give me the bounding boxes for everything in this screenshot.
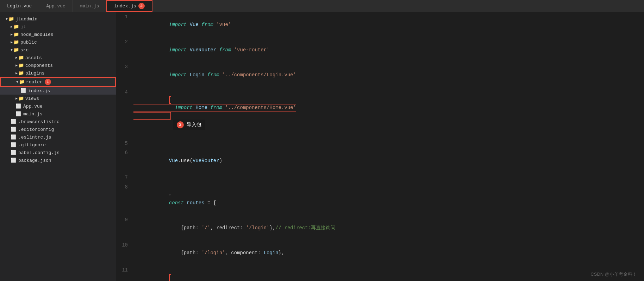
watermark: CSDN @小羊考金科！ — [590, 271, 637, 277]
code-line-10: 10 {path: '/login', component: Login}, — [116, 241, 644, 266]
item-badge: 1 — [45, 79, 51, 85]
code-editor[interactable]: 1 import Vue from 'vue' 2 import VueRout… — [116, 12, 644, 281]
file-icon: ⬜ — [15, 103, 21, 109]
folder-icon: 📁 — [18, 63, 24, 68]
line-number: 11 — [116, 266, 132, 281]
sidebar: ▼ 📁 jtaddmin ▶ 📁 jt ▶ 📁 node_modules ▶ 📁… — [0, 12, 116, 281]
fold-icon[interactable]: ⊟ — [169, 193, 171, 197]
sidebar-item-views[interactable]: ▶ 📁 views — [0, 95, 116, 102]
annotation-3: 3 导入包 — [173, 120, 205, 130]
line-number: 9 — [116, 215, 132, 240]
line-number: 10 — [116, 241, 132, 266]
folder-icon: 📁 — [13, 24, 19, 30]
file-icon: ⬜ — [11, 119, 16, 124]
line-content: import VueRouter from 'vue-router' — [132, 37, 644, 62]
code-table: 1 import Vue from 'vue' 2 import VueRout… — [116, 12, 644, 281]
line-number: 4 — [116, 88, 132, 139]
sidebar-item-label: .eslintrc.js — [18, 135, 51, 140]
line-content: import Vue from 'vue' — [132, 12, 644, 37]
line-number: 6 — [116, 148, 132, 173]
main-content: ▼ 📁 jtaddmin ▶ 📁 jt ▶ 📁 node_modules ▶ 📁… — [0, 12, 644, 281]
tab-index-js[interactable]: index.js 2 — [106, 0, 152, 12]
sidebar-item-package-json[interactable]: ⬜ package.json — [0, 157, 116, 164]
sidebar-item-label: .browserslistrc — [18, 119, 60, 124]
annotation-text-3: 导入包 — [187, 121, 201, 129]
sidebar-item-label: assets — [25, 55, 42, 60]
line-content: import Home from '../components/Home.vue… — [132, 88, 644, 139]
folder-icon: 📁 — [13, 39, 19, 45]
sidebar-item-label: .gitignore — [18, 142, 46, 148]
line-content: {path: '/login', component: Login}, — [132, 241, 644, 266]
line-number: 5 — [116, 139, 132, 148]
line-content: {path: '/', redirect: '/login'},// redir… — [132, 215, 644, 240]
folder-icon: 📁 — [19, 79, 25, 85]
sidebar-item-jtaddmin[interactable]: ▼ 📁 jtaddmin — [0, 15, 116, 23]
expand-arrow-icon: ▶ — [11, 32, 13, 37]
sidebar-item-label: package.json — [18, 158, 51, 163]
sidebar-item-assets[interactable]: ▶ 📁 assets — [0, 54, 116, 62]
sidebar-item-babel-config[interactable]: ⬜ babel.config.js — [0, 149, 116, 157]
tab-label: App.vue — [46, 4, 65, 9]
sidebar-item-eslintrc[interactable]: ⬜ .eslintrc.js — [0, 133, 116, 141]
sidebar-item-components[interactable]: ▶ 📁 components — [0, 62, 116, 69]
code-line-4: 4 import Home from '../components/Home.v… — [116, 88, 644, 139]
sidebar-item-editorconfig[interactable]: ⬜ .editorconfig — [0, 126, 116, 133]
tab-main-js[interactable]: main.js — [73, 0, 107, 12]
expand-arrow-icon: ▶ — [15, 56, 18, 60]
line-content: ⊟ const routes = [ — [132, 183, 644, 216]
tab-app-vue[interactable]: App.vue — [39, 0, 73, 12]
sidebar-item-node-modules[interactable]: ▶ 📁 node_modules — [0, 31, 116, 38]
file-icon: ⬜ — [11, 158, 16, 163]
sidebar-item-browserslistrc[interactable]: ⬜ .browserslistrc — [0, 118, 116, 126]
folder-icon: 📁 — [13, 32, 19, 37]
sidebar-item-label: src — [20, 47, 29, 53]
code-line-7: 7 — [116, 173, 644, 182]
line-number: 3 — [116, 62, 132, 87]
expand-arrow-icon: ▶ — [15, 71, 18, 75]
file-icon: ⬜ — [15, 111, 21, 117]
sidebar-item-label: jt — [20, 24, 26, 30]
annotation-badge-3: 3 — [177, 121, 184, 128]
sidebar-item-label: main.js — [23, 111, 43, 117]
sidebar-item-main-js[interactable]: ⬜ main.js — [0, 110, 116, 118]
expand-arrow-icon: ▼ — [16, 80, 18, 84]
sidebar-item-index-js[interactable]: ⬜ index.js — [0, 87, 116, 95]
sidebar-item-router[interactable]: ▼ 📁 router 1 — [0, 77, 116, 87]
tab-label: main.js — [80, 4, 99, 9]
line-number: 7 — [116, 173, 132, 182]
sidebar-item-label: App.vue — [23, 104, 43, 109]
line-number: 2 — [116, 37, 132, 62]
sidebar-item-public[interactable]: ▶ 📁 public — [0, 38, 116, 46]
file-icon: ⬜ — [11, 150, 16, 155]
expand-arrow-icon: ▼ — [6, 17, 8, 21]
sidebar-item-label: node_modules — [20, 32, 54, 37]
file-icon: ⬜ — [20, 88, 26, 94]
sidebar-item-label: components — [25, 63, 53, 68]
folder-icon: 📁 — [18, 55, 24, 60]
code-line-11: 11 {path:'/home',component:Home} 4 添加跳转路… — [116, 266, 644, 281]
sidebar-item-jt[interactable]: ▶ 📁 jt — [0, 23, 116, 31]
sidebar-item-app-vue[interactable]: ⬜ App.vue — [0, 102, 116, 110]
file-icon: ⬜ — [11, 134, 16, 140]
line-content: {path:'/home',component:Home} 4 添加跳转路径 — [132, 266, 644, 281]
folder-icon: 📁 — [18, 70, 24, 76]
tab-label: index.js — [114, 4, 136, 9]
code-line-1: 1 import Vue from 'vue' — [116, 12, 644, 37]
file-icon: ⬜ — [11, 127, 16, 132]
sidebar-item-gitignore[interactable]: ⬜ .gitignore — [0, 141, 116, 149]
line-content — [132, 139, 644, 148]
sidebar-item-label: router — [26, 79, 43, 85]
line-content: import Login from '../components/Login.v… — [132, 62, 644, 87]
sidebar-item-label: index.js — [28, 88, 50, 94]
expand-arrow-icon: ▶ — [11, 25, 13, 29]
sidebar-item-label: views — [25, 96, 39, 101]
expand-arrow-icon: ▶ — [15, 63, 18, 68]
expand-arrow-icon: ▶ — [15, 96, 18, 101]
tab-badge: 2 — [138, 3, 145, 9]
sidebar-item-src[interactable]: ▼ 📁 src — [0, 46, 116, 54]
code-line-9: 9 {path: '/', redirect: '/login'},// red… — [116, 215, 644, 240]
code-line-6: 6 Vue.use(VueRouter) — [116, 148, 644, 173]
tab-login-vue[interactable]: Login.vue — [0, 0, 39, 12]
folder-icon: 📁 — [13, 47, 19, 53]
sidebar-item-plugins[interactable]: ▶ 📁 plugins — [0, 69, 116, 77]
